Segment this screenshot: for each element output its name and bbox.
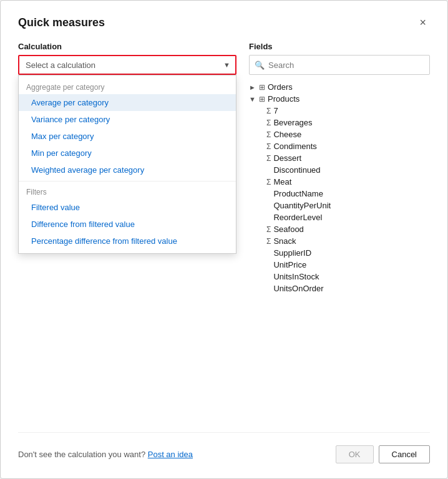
sigma-icon-condiments: Σ: [266, 142, 271, 151]
tree-item-dessert[interactable]: Σ Dessert: [266, 152, 430, 164]
menu-item-weighted-average-per-category[interactable]: Weighted average per category: [19, 162, 236, 178]
tree-item-meat[interactable]: Σ Meat: [266, 176, 430, 188]
menu-item-percentage-difference-from-filtered-value[interactable]: Percentage difference from filtered valu…: [19, 233, 236, 249]
label-seafood: Seafood: [273, 225, 303, 234]
fields-label: Fields: [249, 42, 430, 51]
search-input[interactable]: [268, 60, 424, 70]
products-children: Σ 7 Σ Beverages Σ Cheese Σ Condiments: [266, 105, 430, 294]
label-reorderlevel: ReorderLevel: [273, 213, 322, 222]
calculation-label: Calculation: [18, 42, 236, 51]
tree-item-unitsonorder[interactable]: Σ UnitsOnOrder: [266, 283, 430, 294]
calculation-dropdown-wrapper: Select a calculation ▼ Aggregate per cat…: [18, 55, 236, 75]
label-unitprice: UnitPrice: [273, 260, 306, 269]
tree-item-seafood[interactable]: Σ Seafood: [266, 223, 430, 235]
group-aggregate-label: Aggregate per category: [19, 79, 236, 94]
label-quantityperunit: QuantityPerUnit: [273, 201, 331, 210]
sigma-icon-7: Σ: [266, 107, 271, 115]
search-icon: 🔍: [255, 60, 265, 70]
label-discontinued: Discontinued: [273, 165, 320, 175]
menu-item-variance-per-category[interactable]: Variance per category: [19, 111, 236, 128]
dropdown-menu: Aggregate per category Average per categ…: [18, 75, 236, 254]
menu-divider: [19, 181, 236, 181]
calculation-select[interactable]: Select a calculation: [18, 55, 236, 75]
ok-button[interactable]: OK: [336, 445, 374, 463]
sigma-icon-meat: Σ: [266, 178, 271, 186]
tree-item-quantityperunit[interactable]: Σ QuantityPerUnit: [266, 200, 430, 211]
orders-label: Orders: [268, 82, 293, 92]
label-meat: Meat: [273, 177, 291, 186]
close-button[interactable]: ×: [416, 16, 430, 29]
tree-item-unitprice[interactable]: Σ UnitPrice: [266, 259, 430, 271]
dialog-title: Quick measures: [18, 16, 105, 29]
sigma-icon-dessert: Σ: [266, 154, 271, 163]
dialog-footer: Don't see the calculation you want? Post…: [18, 432, 430, 463]
chevron-right-icon: ►: [249, 84, 258, 91]
tree-item-cheese[interactable]: Σ Cheese: [266, 128, 430, 140]
footer-buttons: OK Cancel: [336, 445, 430, 463]
label-snack: Snack: [273, 236, 296, 246]
tree-item-snack[interactable]: Σ Snack: [266, 235, 430, 247]
sigma-icon-cheese: Σ: [266, 130, 271, 139]
tree-item-7[interactable]: Σ 7: [266, 105, 430, 117]
footer-message: Don't see the calculation you want? Post…: [18, 450, 193, 459]
post-an-idea-link[interactable]: Post an idea: [148, 450, 193, 459]
label-unitsonorder: UnitsOnOrder: [273, 284, 323, 293]
table-icon-orders: ⊞: [259, 83, 265, 92]
tree-item-productname[interactable]: Σ ProductName: [266, 188, 430, 200]
products-label: Products: [268, 94, 299, 104]
fields-panel: Fields 🔍 ► ⊞ Orders ▼ ⊞ Products: [249, 42, 430, 294]
sigma-icon-beverages: Σ: [266, 119, 271, 127]
footer-text-static: Don't see the calculation you want?: [18, 450, 145, 459]
calculation-panel: Calculation Select a calculation ▼ Aggre…: [18, 42, 236, 75]
menu-item-filtered-value[interactable]: Filtered value: [19, 199, 236, 216]
dialog-header: Quick measures ×: [18, 16, 430, 29]
label-7: 7: [273, 106, 278, 115]
content-area: Calculation Select a calculation ▼ Aggre…: [18, 42, 430, 432]
tree-item-products[interactable]: ▼ ⊞ Products: [249, 93, 430, 105]
tree-item-supplierid[interactable]: Σ SupplierID: [266, 247, 430, 259]
label-unitsinstock: UnitsInStock: [273, 272, 319, 281]
search-box: 🔍: [249, 55, 430, 75]
tree-item-unitsinstock[interactable]: Σ UnitsInStock: [266, 271, 430, 283]
quick-measures-dialog: Quick measures × Calculation Select a ca…: [0, 0, 448, 479]
sigma-icon-snack: Σ: [266, 237, 271, 246]
tree-item-discontinued[interactable]: Σ Discontinued: [266, 164, 430, 176]
tree-item-condiments[interactable]: Σ Condiments: [266, 140, 430, 152]
group-filters-label: Filters: [19, 184, 236, 199]
table-icon-products: ⊞: [259, 95, 265, 104]
label-cheese: Cheese: [273, 130, 301, 139]
chevron-down-icon-products: ▼: [249, 95, 258, 103]
menu-item-min-per-category[interactable]: Min per category: [19, 145, 236, 162]
label-productname: ProductName: [273, 189, 323, 198]
label-beverages: Beverages: [273, 118, 312, 127]
label-condiments: Condiments: [273, 142, 316, 151]
sigma-icon-seafood: Σ: [266, 225, 271, 234]
menu-item-average-per-category[interactable]: Average per category: [19, 94, 236, 111]
fields-tree: ► ⊞ Orders ▼ ⊞ Products Σ 7: [249, 81, 430, 294]
menu-item-difference-from-filtered-value[interactable]: Difference from filtered value: [19, 216, 236, 233]
label-dessert: Dessert: [273, 153, 301, 163]
label-supplierid: SupplierID: [273, 248, 311, 258]
menu-item-max-per-category[interactable]: Max per category: [19, 128, 236, 145]
tree-item-reorderlevel[interactable]: Σ ReorderLevel: [266, 211, 430, 223]
tree-item-orders[interactable]: ► ⊞ Orders: [249, 81, 430, 93]
tree-item-beverages[interactable]: Σ Beverages: [266, 117, 430, 128]
cancel-button[interactable]: Cancel: [379, 445, 430, 463]
